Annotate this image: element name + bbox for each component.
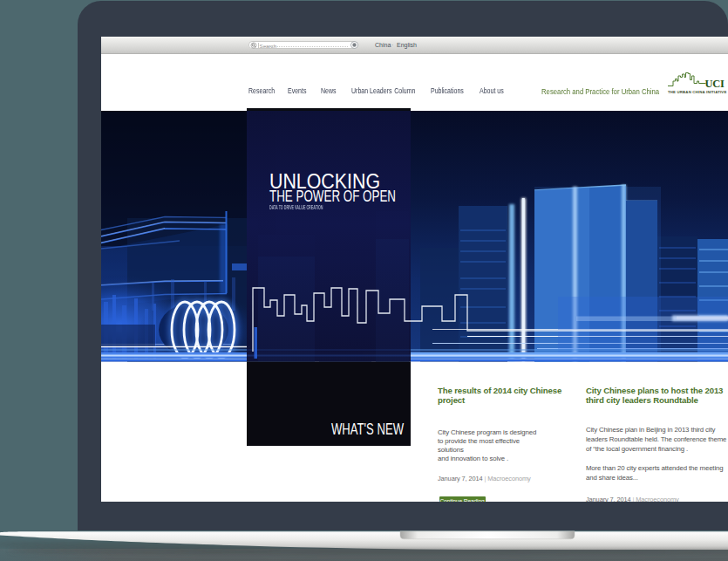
svg-text:DATA TO DRIVE VALUE CREATION: DATA TO DRIVE VALUE CREATION [269, 204, 323, 210]
svg-text:THE POWER OF OPEN: THE POWER OF OPEN [269, 187, 396, 205]
svg-text:WHAT'S NEW: WHAT'S NEW [331, 421, 404, 438]
